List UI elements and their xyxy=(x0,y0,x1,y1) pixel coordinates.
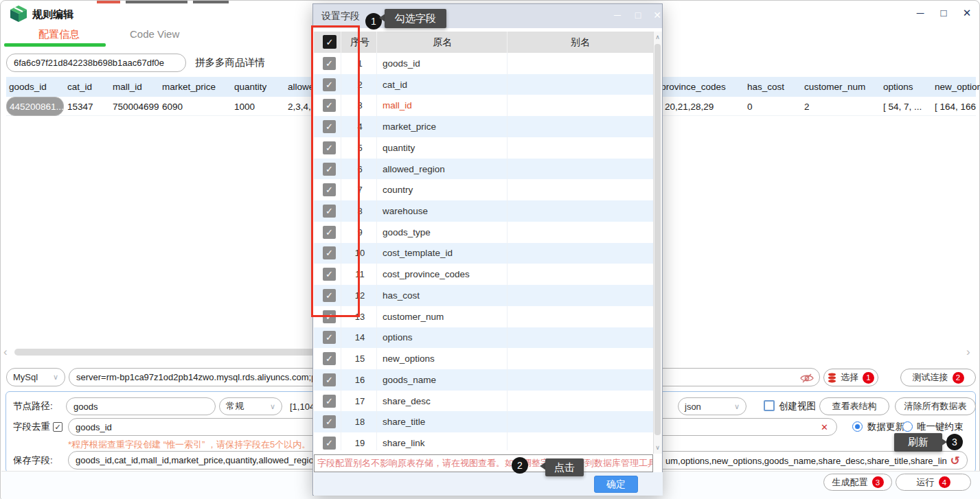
refresh-icon[interactable]: ↺ xyxy=(950,454,960,468)
tab-code-view[interactable]: Code View xyxy=(130,28,179,40)
field-row[interactable]: ✓19share_link xyxy=(314,432,653,454)
scroll-left-icon[interactable]: ‹ xyxy=(3,346,8,358)
scroll-down-icon[interactable]: ∨ xyxy=(653,444,662,451)
field-alias-cell[interactable] xyxy=(510,391,650,412)
field-alias-cell[interactable] xyxy=(510,222,650,243)
field-alias-cell[interactable] xyxy=(510,432,650,454)
selected-cell[interactable]: 445200861... xyxy=(6,97,64,116)
generate-config-button[interactable]: 生成配置 3 xyxy=(823,474,892,491)
node-path-value: goods xyxy=(73,402,98,412)
field-original-name: new_options xyxy=(383,353,435,364)
clear-icon[interactable]: ✕ xyxy=(821,422,828,432)
field-alias-cell[interactable] xyxy=(510,243,650,264)
field-row[interactable]: ✓14options xyxy=(314,327,653,349)
table-cell[interactable]: 750004699 xyxy=(113,97,159,116)
field-row[interactable]: ✓3mall_id xyxy=(314,95,653,116)
field-alias-cell[interactable] xyxy=(510,264,650,285)
run-button[interactable]: 运行 4 xyxy=(896,474,971,491)
field-row[interactable]: ✓11cost_province_codes xyxy=(314,264,653,285)
maximize-icon[interactable]: □ xyxy=(936,7,951,19)
create-view-checkbox[interactable] xyxy=(764,400,775,411)
field-row[interactable]: ✓12has_cost xyxy=(314,285,653,306)
field-alias-cell[interactable] xyxy=(510,327,650,349)
field-alias-cell[interactable] xyxy=(510,53,650,74)
field-row[interactable]: ✓7country xyxy=(314,179,653,200)
field-alias-cell[interactable] xyxy=(510,200,650,222)
field-row[interactable]: ✓1goods_id xyxy=(314,53,653,74)
rule-id-input[interactable]: 6fa6c97f21d842238b698b1aac67df0e xyxy=(6,54,186,72)
field-alias-cell[interactable] xyxy=(510,95,650,116)
db-type-select[interactable]: MySql∨ xyxy=(6,368,65,386)
row-checkbox[interactable]: ✓ xyxy=(323,437,336,450)
row-checkbox[interactable]: ✓ xyxy=(323,373,336,386)
field-row[interactable]: ✓8warehouse xyxy=(314,200,653,222)
column-header-quantity[interactable]: quantity xyxy=(234,77,266,97)
field-row[interactable]: ✓10cost_template_id xyxy=(314,243,653,264)
minimize-icon[interactable]: ─ xyxy=(913,7,928,19)
field-original-name: market_price xyxy=(383,121,436,132)
field-row[interactable]: ✓2cat_id xyxy=(314,74,653,95)
app-logo-icon xyxy=(10,5,27,25)
view-table-structure-button[interactable]: 查看表结构 xyxy=(819,397,889,415)
column-header-customer_num[interactable]: customer_num xyxy=(804,77,865,97)
field-row[interactable]: ✓15new_options xyxy=(314,348,653,369)
column-header-goods_id[interactable]: goods_id xyxy=(9,77,47,97)
test-connection-button[interactable]: 测试连接 2 xyxy=(900,369,976,386)
dedup-checkbox[interactable]: ✓ xyxy=(53,422,62,432)
field-alias-cell[interactable] xyxy=(510,137,650,159)
field-alias-cell[interactable] xyxy=(510,159,650,180)
row-checkbox[interactable]: ✓ xyxy=(323,395,336,408)
column-header-market_price[interactable]: market_price xyxy=(162,77,216,97)
clear-all-tables-button[interactable]: 清除所有数据表 xyxy=(895,397,976,415)
field-row[interactable]: ✓16goods_name xyxy=(314,369,653,391)
column-header-cat_id[interactable]: cat_id xyxy=(67,77,92,97)
dialog-minimize-icon[interactable]: ─ xyxy=(611,10,624,21)
tab-config-info[interactable]: 配置信息 xyxy=(38,28,80,41)
dialog-close-icon[interactable]: ✕ xyxy=(650,10,664,21)
table-cell[interactable]: 2 xyxy=(804,97,810,116)
table-cell[interactable]: [ 54, 7, ... xyxy=(883,97,922,116)
table-cell[interactable]: 1000 xyxy=(234,97,255,116)
ok-button[interactable]: 确定 xyxy=(594,476,638,493)
node-path-input[interactable]: goods xyxy=(66,397,216,415)
field-alias-cell[interactable] xyxy=(510,179,650,200)
scroll-up-icon[interactable]: ∧ xyxy=(653,34,662,40)
field-row[interactable]: ✓17share_desc xyxy=(314,391,653,412)
column-header-has_cost[interactable]: has_cost xyxy=(747,77,784,97)
field-alias-cell[interactable] xyxy=(510,116,650,137)
field-row[interactable]: ✓13customer_num xyxy=(314,306,653,327)
table-cell[interactable]: 6090 xyxy=(162,97,183,116)
field-alias-cell[interactable] xyxy=(510,411,650,432)
select-database-button[interactable]: 选择 1 xyxy=(823,369,878,386)
format-select[interactable]: json∨ xyxy=(678,397,747,415)
field-row[interactable]: ✓9goods_type xyxy=(314,222,653,243)
field-alias-cell[interactable] xyxy=(510,369,650,391)
vertical-scrollbar-thumb[interactable] xyxy=(654,44,661,435)
unique-key-radio[interactable] xyxy=(902,421,913,432)
table-cell[interactable]: 20,21,28,29 xyxy=(665,97,714,116)
table-cell[interactable]: 0 xyxy=(747,97,753,116)
field-row[interactable]: ✓18share_title xyxy=(314,411,653,432)
column-header-new_options[interactable]: new_options xyxy=(935,77,980,97)
field-alias-cell[interactable] xyxy=(510,285,650,306)
field-row[interactable]: ✓6allowed_region xyxy=(314,159,653,180)
field-row[interactable]: ✓4market_price xyxy=(314,116,653,137)
field-alias-cell[interactable] xyxy=(510,348,650,369)
row-checkbox[interactable]: ✓ xyxy=(323,331,336,344)
data-update-radio[interactable] xyxy=(852,421,863,432)
row-checkbox[interactable]: ✓ xyxy=(323,415,336,428)
row-checkbox[interactable]: ✓ xyxy=(323,352,336,365)
dialog-maximize-icon[interactable]: □ xyxy=(631,10,645,21)
node-mode-select[interactable]: 常规∨ xyxy=(219,397,282,415)
field-row[interactable]: ✓5quantity xyxy=(314,137,653,159)
checkbox-column-annotation xyxy=(311,25,360,317)
table-cell[interactable]: [ 164, 166 xyxy=(935,97,976,116)
column-header-options[interactable]: options xyxy=(883,77,913,97)
scroll-right-icon[interactable]: › xyxy=(966,346,970,358)
column-header-mall_id[interactable]: mall_id xyxy=(113,77,142,97)
field-alias-cell[interactable] xyxy=(510,74,650,95)
close-icon[interactable]: ✕ xyxy=(959,7,975,19)
table-cell[interactable]: 15347 xyxy=(67,97,93,116)
field-alias-cell[interactable] xyxy=(510,306,650,327)
hide-password-icon[interactable] xyxy=(800,373,814,386)
